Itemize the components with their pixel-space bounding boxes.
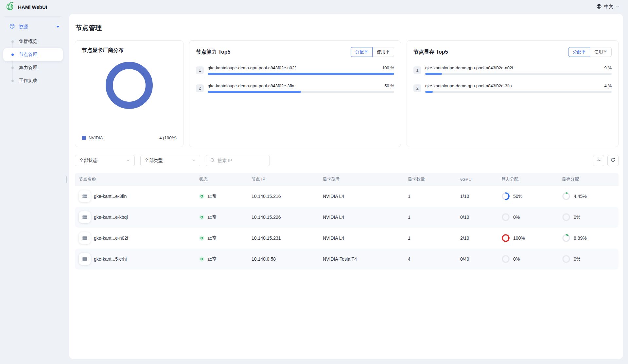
bullet-icon xyxy=(11,41,14,43)
sidebar-item-compute-management[interactable]: 算力管理 xyxy=(3,61,63,74)
memory-percent-label: 8.89% xyxy=(574,235,587,241)
top5-node-value: 100 % xyxy=(382,65,394,70)
server-icon xyxy=(82,214,88,220)
type-filter-select[interactable]: 全部类型 xyxy=(140,155,200,166)
progress-track xyxy=(208,91,394,93)
gpu-model-cell: NVIDIA L4 xyxy=(319,194,404,199)
node-name-cell: gke-kant...5-crhi xyxy=(94,256,127,262)
compute-percent-label: 100% xyxy=(513,235,525,241)
gpu-count-cell: 4 xyxy=(404,256,456,262)
ring-chart xyxy=(501,255,510,263)
progress-fill xyxy=(208,91,301,93)
gpu-count-cell: 1 xyxy=(404,194,456,199)
table-action-buttons xyxy=(593,155,619,166)
rank-badge: 1 xyxy=(413,66,421,74)
caret-down-icon xyxy=(56,26,60,28)
gpu-model-cell: NVIDIA L4 xyxy=(319,235,404,241)
top5-item: 2gke-kantaloupe-demo-gpu-pool-a843f02e-3… xyxy=(196,83,394,93)
brand: HAMi WebUI xyxy=(5,1,47,12)
ring-chart xyxy=(562,234,570,242)
table-row[interactable]: gke-kant...e-kbql正常10.140.15.226NVIDIA L… xyxy=(75,207,619,228)
ip-search-input[interactable] xyxy=(218,158,266,163)
gpu-count-cell: 1 xyxy=(404,235,456,241)
refresh-button[interactable] xyxy=(607,155,619,166)
server-icon xyxy=(82,193,88,199)
vgpu-cell: 1/10 xyxy=(456,194,497,199)
sliders-icon xyxy=(596,157,601,164)
sidebar-item-label: 节点管理 xyxy=(19,52,37,58)
language-label: 中文 xyxy=(604,4,613,10)
node-icon xyxy=(79,211,91,223)
memory-card-title: 节点显存 Top5 xyxy=(413,49,448,56)
ring-chart xyxy=(501,192,510,200)
legend-value: 4 (100%) xyxy=(159,135,177,140)
status-text: 正常 xyxy=(208,193,217,199)
bullet-icon xyxy=(11,67,14,69)
sidebar-item-workloads[interactable]: 工作负载 xyxy=(3,74,63,87)
server-icon xyxy=(82,235,88,241)
vgpu-cell: 0/40 xyxy=(456,256,497,262)
compute-allocation-cell: 100% xyxy=(497,234,558,242)
ring-chart xyxy=(562,213,570,221)
status-ok-icon xyxy=(199,194,204,199)
server-icon xyxy=(82,256,88,262)
status-ok-icon xyxy=(199,215,204,220)
allocation-rate-toggle[interactable]: 分配率 xyxy=(568,47,590,57)
status-text: 正常 xyxy=(208,214,217,220)
usage-rate-toggle[interactable]: 使用率 xyxy=(373,47,394,57)
memory-percent-label: 0% xyxy=(574,215,580,220)
node-ip-cell: 10.140.15.216 xyxy=(248,194,319,199)
vendor-card-title: 节点显卡厂商分布 xyxy=(82,47,177,54)
column-header: 节点 IP xyxy=(248,176,319,182)
progress-fill xyxy=(425,91,433,93)
sidebar-resize-handle[interactable] xyxy=(66,176,67,183)
nodes-table: 节点名称状态节点 IP显卡型号显卡数量vGPU算力分配显存分配 gke-kant… xyxy=(75,173,619,269)
table-row[interactable]: gke-kant...e-n02f正常10.140.15.231NVIDIA L… xyxy=(75,228,619,249)
column-header: 显卡数量 xyxy=(404,176,456,182)
page-title: 节点管理 xyxy=(76,24,619,32)
compute-percent-label: 0% xyxy=(513,256,520,262)
progress-track xyxy=(425,91,612,93)
table-row[interactable]: gke-kant...5-crhi正常10.140.0.58NVIDIA-Tes… xyxy=(75,249,619,269)
hami-logo-icon xyxy=(5,1,15,12)
sidebar-item-label: 工作负载 xyxy=(19,78,37,84)
compute-allocation-cell: 0% xyxy=(497,255,558,263)
sidebar-item-node-management[interactable]: 节点管理 xyxy=(3,48,63,61)
bullet-icon xyxy=(11,54,14,56)
status-filter-select[interactable]: 全部状态 xyxy=(75,155,135,166)
column-header: 显存分配 xyxy=(558,176,619,182)
memory-allocation-cell: 4.45% xyxy=(558,192,619,200)
main-panel: 节点管理 节点显卡厂商分布 NVIDIA 4 (100%) xyxy=(69,14,623,359)
status-ok-icon xyxy=(199,235,204,241)
globe-icon xyxy=(596,4,602,10)
column-header: 状态 xyxy=(195,176,248,182)
progress-track xyxy=(425,73,612,75)
sidebar-group-label: 资源 xyxy=(18,24,28,30)
node-ip-cell: 10.140.0.58 xyxy=(248,256,319,262)
allocation-rate-toggle[interactable]: 分配率 xyxy=(351,47,373,57)
body-row: 资源 集群概览 节点管理 算力管理 工作负 xyxy=(0,14,628,359)
sidebar-group-resources[interactable]: 资源 xyxy=(0,17,67,34)
sidebar-item-cluster-overview[interactable]: 集群概览 xyxy=(3,35,63,48)
memory-percent-label: 4.45% xyxy=(574,194,587,199)
column-settings-button[interactable] xyxy=(593,155,604,166)
legend-label: NVIDIA xyxy=(89,135,103,140)
table-row[interactable]: gke-kant...e-3fln正常10.140.15.216NVIDIA L… xyxy=(75,186,619,207)
filter-bar: 全部状态 全部类型 xyxy=(75,155,619,166)
progress-fill xyxy=(208,73,394,75)
chevron-down-icon xyxy=(126,158,131,164)
table-header: 节点名称状态节点 IP显卡型号显卡数量vGPU算力分配显存分配 xyxy=(75,173,619,186)
compute-toggle-group: 分配率 使用率 xyxy=(351,47,394,57)
compute-top5-card: 节点算力 Top5 分配率 使用率 1gke-kantaloupe-demo-g… xyxy=(189,40,401,147)
column-header: 显卡型号 xyxy=(319,176,404,182)
memory-allocation-cell: 0% xyxy=(558,255,619,263)
status-filter-value: 全部状态 xyxy=(79,158,97,164)
vendor-legend: NVIDIA 4 (100%) xyxy=(82,135,177,140)
vendor-donut-chart xyxy=(82,58,177,113)
language-switcher[interactable]: 中文 xyxy=(596,4,619,10)
status-text: 正常 xyxy=(208,256,217,262)
memory-allocation-cell: 8.89% xyxy=(558,234,619,242)
usage-rate-toggle[interactable]: 使用率 xyxy=(590,47,612,57)
memory-card-head: 节点显存 Top5 分配率 使用率 xyxy=(413,47,612,57)
node-icon xyxy=(79,190,91,202)
